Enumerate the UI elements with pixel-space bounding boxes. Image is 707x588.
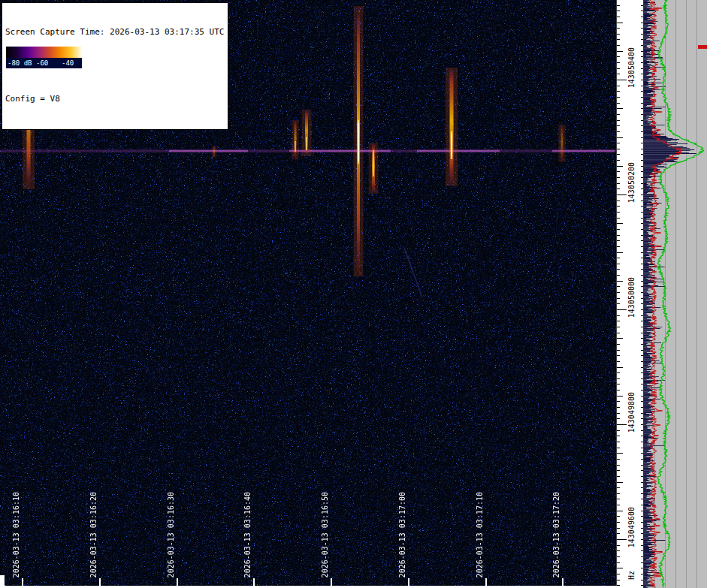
freq-tick xyxy=(617,556,620,557)
freq-tick xyxy=(617,51,623,52)
freq-tick xyxy=(641,315,643,316)
freq-tick xyxy=(617,240,620,241)
freq-tick xyxy=(641,17,643,17)
freq-tick xyxy=(617,258,620,258)
freq-tick xyxy=(617,68,620,69)
freq-tick xyxy=(641,201,643,201)
freq-tick xyxy=(641,459,643,460)
freq-tick xyxy=(641,453,643,454)
freq-tick xyxy=(641,183,643,184)
freq-tick xyxy=(617,522,620,523)
freq-tick xyxy=(641,482,643,483)
freq-tick xyxy=(641,361,643,362)
freq-tick xyxy=(641,108,643,109)
freq-tick xyxy=(617,550,620,551)
freq-tick xyxy=(641,562,643,563)
freq-tick xyxy=(617,298,620,299)
freq-tick xyxy=(641,74,643,74)
freq-tick xyxy=(641,493,643,494)
freq-tick xyxy=(617,264,620,264)
freq-tick xyxy=(641,39,643,40)
frequency-axis: 1430504001430502001430500001430498001430… xyxy=(616,0,643,588)
freq-tick xyxy=(641,269,643,270)
freq-tick xyxy=(641,80,643,80)
freq-tick xyxy=(641,114,643,115)
freq-tick xyxy=(617,154,620,155)
freq-tick xyxy=(617,137,623,138)
freq-tick xyxy=(641,62,643,63)
freq-tick xyxy=(617,453,623,454)
freq-tick xyxy=(641,545,643,546)
freq-tick xyxy=(617,218,620,219)
freq-tick xyxy=(617,545,620,546)
freq-tick xyxy=(641,396,643,397)
freq-tick xyxy=(641,303,643,304)
freq-tick xyxy=(641,344,643,345)
freq-tick xyxy=(617,367,623,368)
freq-tick xyxy=(641,367,643,368)
freq-tick xyxy=(617,252,623,253)
freq-tick xyxy=(617,516,620,517)
freq-tick xyxy=(641,91,643,92)
freq-tick xyxy=(617,103,620,104)
freq-label: 143049600 xyxy=(627,507,636,547)
freq-tick xyxy=(617,194,627,195)
freq-tick xyxy=(617,378,620,379)
freq-tick xyxy=(641,355,643,356)
freq-tick xyxy=(617,223,623,224)
freq-tick xyxy=(641,338,643,339)
freq-tick xyxy=(617,292,620,293)
freq-tick xyxy=(641,384,643,384)
freq-tick xyxy=(617,56,620,57)
freq-tick xyxy=(641,476,643,477)
freq-tick xyxy=(617,91,620,92)
freq-tick xyxy=(617,286,620,287)
freq-tick xyxy=(617,166,623,167)
freq-tick xyxy=(641,56,643,57)
colorbar-label-min: -80 dB xyxy=(8,59,32,67)
freq-tick xyxy=(617,74,620,74)
freq-tick xyxy=(617,23,623,23)
freq-tick xyxy=(641,120,643,121)
freq-tick xyxy=(641,424,643,425)
freq-tick xyxy=(617,303,620,304)
freq-label: 143050400 xyxy=(627,47,636,88)
freq-tick xyxy=(617,171,620,172)
freq-tick xyxy=(641,321,643,321)
freq-tick xyxy=(641,23,643,23)
freq-tick xyxy=(641,309,643,310)
freq-tick xyxy=(617,149,620,149)
freq-tick xyxy=(641,137,643,138)
freq-tick xyxy=(641,465,643,466)
freq-tick xyxy=(617,482,623,483)
freq-tick xyxy=(641,154,643,155)
freq-label: 143049800 xyxy=(627,392,636,433)
freq-tick xyxy=(641,556,643,557)
spectrogram-app: 2026-03-13 03:16:102026-03-13 03:16:2020… xyxy=(0,0,707,588)
freq-tick xyxy=(641,470,643,471)
freq-tick xyxy=(641,550,643,551)
freq-tick xyxy=(617,568,623,568)
freq-tick xyxy=(641,206,643,207)
freq-label: 143050200 xyxy=(627,162,636,203)
freq-tick xyxy=(617,487,620,488)
freq-tick xyxy=(641,448,643,448)
freq-tick xyxy=(641,125,643,126)
freq-tick xyxy=(617,206,620,207)
freq-tick xyxy=(617,321,620,321)
freq-tick xyxy=(617,574,620,574)
freq-tick xyxy=(641,275,643,276)
freq-tick xyxy=(641,51,643,52)
freq-tick xyxy=(641,430,643,431)
freq-tick xyxy=(641,436,643,436)
freq-tick xyxy=(617,80,627,80)
freq-tick xyxy=(617,114,620,115)
freq-tick xyxy=(617,269,620,270)
freq-tick xyxy=(617,125,620,126)
freq-tick xyxy=(617,465,620,466)
freq-tick xyxy=(617,424,627,425)
freq-tick xyxy=(641,264,643,264)
capture-time-text: Screen Capture Time: 2026-03-13 03:17:35… xyxy=(5,27,224,38)
freq-tick xyxy=(617,275,620,276)
colorbar: -80 dB -60 -40 xyxy=(6,47,82,68)
